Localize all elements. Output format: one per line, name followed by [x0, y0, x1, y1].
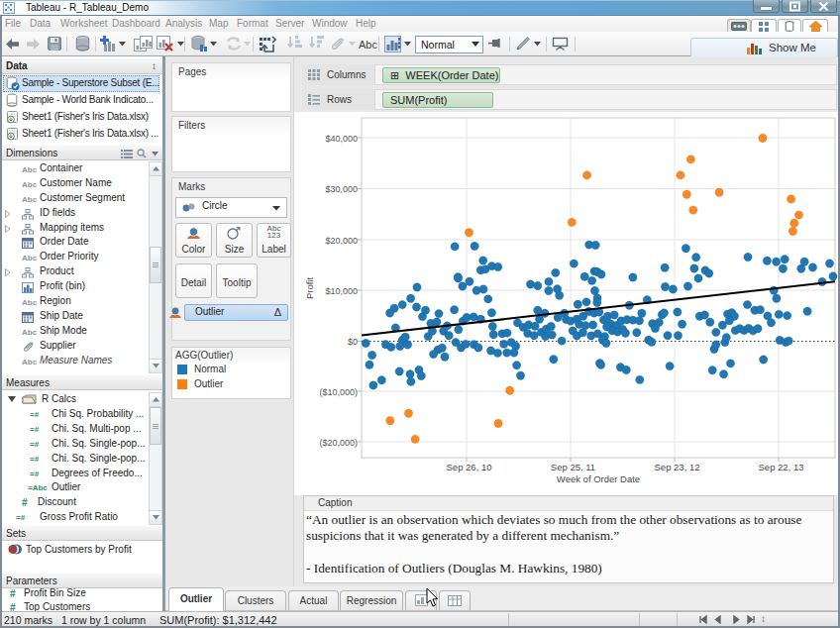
svg-text:$20,000: $20,000: [325, 236, 358, 246]
svg-text:($20,000): ($20,000): [319, 438, 358, 448]
svg-text:Sep 25, 11: Sep 25, 11: [551, 462, 595, 472]
svg-text:$30,000: $30,000: [325, 184, 358, 194]
svg-text:Sep 26, 10: Sep 26, 10: [447, 462, 492, 472]
svg-text:$40,000: $40,000: [325, 134, 358, 144]
svg-text:$0: $0: [348, 337, 358, 347]
svg-text:Sep 22, 13: Sep 22, 13: [759, 462, 804, 472]
svg-text:Sep 23, 12: Sep 23, 12: [655, 462, 700, 472]
svg-text:$10,000: $10,000: [325, 286, 358, 296]
svg-text:($10,000): ($10,000): [319, 387, 358, 397]
svg-text:Week of Order Date: Week of Order Date: [557, 473, 640, 484]
svg-text:Profit: Profit: [304, 277, 315, 300]
